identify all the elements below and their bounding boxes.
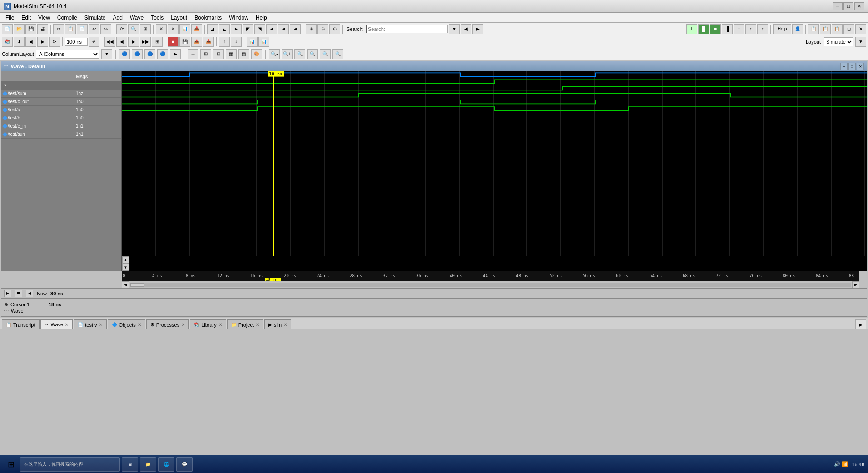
tb-icon5[interactable]: ◻ xyxy=(843,24,854,34)
help-btn[interactable]: Help xyxy=(773,24,791,34)
tb-icon4[interactable]: 📋 xyxy=(832,24,843,34)
tb2-stop[interactable]: ■ xyxy=(168,37,179,47)
wave-status-btn1[interactable]: ▶ xyxy=(4,290,11,297)
tb-copy-btn[interactable]: 📋 xyxy=(65,24,76,34)
tb2-icon2[interactable]: 📊 xyxy=(258,37,269,47)
zoom-prev-btn[interactable]: 🔍 xyxy=(320,49,331,59)
tb-toggle-btn[interactable]: ⊞ xyxy=(140,24,151,34)
tab-objects[interactable]: 🔷 Objects ✕ xyxy=(108,319,145,329)
wave-status-btn3[interactable]: ◀ xyxy=(26,290,33,297)
tb-redo-btn[interactable]: ↪ xyxy=(100,24,111,34)
tb-restart-btn[interactable]: ⟳ xyxy=(116,24,127,34)
tb-sim4[interactable]: ◤ xyxy=(243,24,253,34)
sim-arrow3[interactable]: ↑ xyxy=(757,24,768,34)
wave-vscrollbar[interactable]: ▲ ▼ xyxy=(122,256,129,271)
col-btn1[interactable]: 🔵 xyxy=(119,49,130,59)
tb-dbg2[interactable]: ⊖ xyxy=(317,24,328,34)
layout-down-btn[interactable]: ▼ xyxy=(855,37,866,47)
wave-table-btn[interactable]: ▤ xyxy=(238,49,249,59)
menu-tools[interactable]: Tools xyxy=(147,13,167,22)
wave-status-btn2[interactable]: ⏹ xyxy=(15,290,22,297)
h-scroll-left[interactable]: ◀ xyxy=(122,281,129,289)
close-button[interactable]: ✕ xyxy=(854,2,864,10)
search-go-btn[interactable]: ▼ xyxy=(449,24,460,34)
sim-run-btn[interactable]: I xyxy=(686,24,697,34)
tab-wave[interactable]: 〰 Wave ✕ xyxy=(40,319,73,329)
menu-wave[interactable]: Wave xyxy=(126,13,147,22)
tb-find-btn[interactable]: 🔍 xyxy=(128,24,139,34)
signal-collapse-row[interactable]: ▼ xyxy=(1,81,121,90)
h-scroll-thumb[interactable] xyxy=(130,283,144,287)
tb2-next-wave[interactable]: ▶▶ xyxy=(140,37,151,47)
tab-transcript[interactable]: 📋 Transcript xyxy=(2,319,40,329)
tb2-lib-btn[interactable]: 📚 xyxy=(2,37,13,47)
tb-open-btn[interactable]: 📂 xyxy=(14,24,25,34)
tab-library[interactable]: 📚 Library ✕ xyxy=(190,319,226,329)
wave-cursor-btn[interactable]: ┼ xyxy=(188,49,198,59)
wave-tab-close[interactable]: ✕ xyxy=(65,322,69,327)
wave-snap-btn[interactable]: ⊟ xyxy=(213,49,224,59)
tb-paste-btn[interactable]: 📄 xyxy=(77,24,88,34)
zoom-next-btn[interactable]: 🔍 xyxy=(332,49,343,59)
tb-x1[interactable]: ✕ xyxy=(156,24,167,34)
tb-undo-btn[interactable]: ↩ xyxy=(89,24,99,34)
menu-help[interactable]: Help xyxy=(252,13,271,22)
menu-view[interactable]: View xyxy=(35,13,54,22)
wave-color-btn[interactable]: 🎨 xyxy=(251,49,262,59)
sim-stop-btn[interactable]: ▐▌ xyxy=(698,24,709,34)
waveform-area[interactable]: 18 ns ▲ ▼ xyxy=(122,71,867,271)
sim-arrow1[interactable]: ↑ xyxy=(734,24,744,34)
tb-sim3[interactable]: ► xyxy=(231,24,242,34)
menu-compile[interactable]: Compile xyxy=(54,13,81,22)
tab-project[interactable]: 📁 Project ✕ xyxy=(227,319,263,329)
tb2-refresh-btn[interactable]: ⟳ xyxy=(49,37,60,47)
tb-new-btn[interactable]: 📄 xyxy=(2,24,13,34)
menu-window[interactable]: Window xyxy=(225,13,252,22)
menu-layout[interactable]: Layout xyxy=(167,13,191,22)
sim-step2-btn[interactable]: ▐ xyxy=(722,24,733,34)
menu-edit[interactable]: Edit xyxy=(18,13,35,22)
tb-save-btn[interactable]: 💾 xyxy=(25,24,36,34)
taskbar-app3[interactable]: 🌐 xyxy=(158,457,174,472)
tb2-expand[interactable]: ⊞ xyxy=(152,37,163,47)
tb-dbg3[interactable]: ⊙ xyxy=(329,24,340,34)
tb-sim5[interactable]: ◥ xyxy=(254,24,265,34)
tb2-prev-sig[interactable]: ◀ xyxy=(116,37,127,47)
tb2-time-set[interactable]: ↵ xyxy=(89,37,99,47)
sim-arrow2[interactable]: ↑ xyxy=(745,24,756,34)
library-tab-close[interactable]: ✕ xyxy=(218,322,222,327)
taskbar-app2[interactable]: 📁 xyxy=(140,457,156,472)
tab-expand-btn[interactable]: ▶ xyxy=(855,319,866,329)
signal-row[interactable]: /test/sun 1h1 xyxy=(1,130,121,139)
tb-x2[interactable]: ✕ xyxy=(168,24,179,34)
tb2-icon1[interactable]: 📊 xyxy=(247,37,258,47)
start-button[interactable]: ⊞ xyxy=(4,457,18,472)
col-btn3[interactable]: 🔵 xyxy=(144,49,155,59)
tb-icon2[interactable]: 📋 xyxy=(808,24,819,34)
tb2-save-wave[interactable]: 💾 xyxy=(179,37,190,47)
wave-zoom-in[interactable]: ⊞ xyxy=(200,49,211,59)
tb2-next-sig[interactable]: ▶ xyxy=(128,37,139,47)
menu-add[interactable]: Add xyxy=(109,13,126,22)
layout-select[interactable]: Simulate Debug Custom xyxy=(824,37,853,46)
testv-tab-close[interactable]: ✕ xyxy=(99,322,103,327)
zoom-fit-btn[interactable]: 🔍 xyxy=(307,49,318,59)
tab-processes[interactable]: ⚙ Processes ✕ xyxy=(146,319,189,329)
tb-x4[interactable]: 📥 xyxy=(191,24,202,34)
tb2-export[interactable]: 📤 xyxy=(191,37,202,47)
tb-sim1[interactable]: ◢ xyxy=(207,24,218,34)
wave-win-close[interactable]: ✕ xyxy=(857,63,864,70)
menu-bookmarks[interactable]: Bookmarks xyxy=(191,13,225,22)
sim-time-input[interactable] xyxy=(65,38,88,46)
tb2-arrow-dn[interactable]: ↓ xyxy=(231,37,242,47)
tab-testv[interactable]: 📄 test.v ✕ xyxy=(74,319,106,329)
tb-sim8[interactable]: ◄ xyxy=(290,24,301,34)
tb-icon3[interactable]: 📋 xyxy=(820,24,831,34)
h-scroll-track[interactable] xyxy=(130,283,851,287)
search-input[interactable] xyxy=(366,25,448,33)
tab-sim[interactable]: ▶ sim ✕ xyxy=(264,319,291,329)
wave-win-maximize[interactable]: □ xyxy=(848,63,856,70)
menu-simulate[interactable]: Simulate xyxy=(81,13,109,22)
taskbar-app4[interactable]: 💬 xyxy=(176,457,193,472)
wave-win-minimize[interactable]: ─ xyxy=(840,63,848,70)
